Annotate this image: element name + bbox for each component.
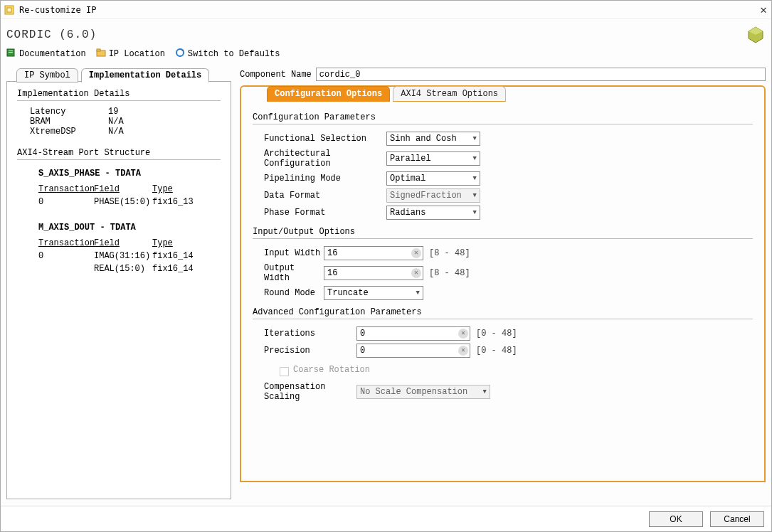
svg-rect-1 — [7, 8, 11, 12]
input-width-row: Input Width ✕ [8 - 48] — [264, 246, 753, 260]
data-format-value: SignedFraction — [390, 191, 462, 201]
config-params-group: Configuration Parameters Functional Sele… — [253, 112, 753, 220]
switch-defaults-label: Switch to Defaults — [188, 49, 280, 59]
round-mode-value: Truncate — [327, 288, 369, 298]
window-title: Re-customize IP — [19, 5, 96, 15]
io-options-title: Input/Output Options — [253, 227, 753, 239]
pipelining-mode-select[interactable]: Optimal ▼ — [386, 171, 480, 186]
ip-title: CORDIC (6.0) — [6, 28, 97, 41]
component-name-row: Component Name — [240, 68, 766, 81]
round-mode-row: Round Mode Truncate ▼ — [264, 286, 753, 300]
compensation-scaling-row: Compensation Scaling No Scale Compensati… — [264, 382, 753, 402]
documentation-label: Documentation — [19, 49, 86, 59]
functional-selection-value: Sinh and Cosh — [390, 134, 457, 144]
phase-format-label: Phase Format — [264, 208, 386, 218]
s-phase-col-type: Type — [152, 184, 202, 194]
output-width-input[interactable] — [324, 266, 423, 280]
pipelining-mode-label: Pipelining Mode — [264, 174, 386, 183]
advanced-params-title: Advanced Configuration Parameters — [253, 307, 753, 319]
data-format-row: Data Format SignedFraction ▼ — [264, 188, 753, 203]
stream-structure-title: AXI4-Stream Port Structure — [17, 148, 221, 160]
precision-input[interactable] — [356, 344, 470, 358]
input-width-hint: [8 - 48] — [429, 248, 470, 258]
tab-configuration-options[interactable]: Configuration Options — [267, 86, 390, 102]
tab-axi4-stream-options[interactable]: AXI4 Stream Options — [393, 86, 506, 102]
clear-icon[interactable]: ✕ — [411, 248, 421, 258]
m-axis-dout-header: M_AXIS_DOUT - TDATA — [38, 223, 221, 233]
left-column: IP Symbol Implementation Details Impleme… — [6, 68, 231, 499]
tab-ip-symbol[interactable]: IP Symbol — [16, 68, 78, 83]
ok-button[interactable]: OK — [649, 511, 703, 527]
svg-rect-6 — [9, 52, 13, 53]
data-format-select: SignedFraction ▼ — [386, 188, 480, 203]
cancel-button[interactable]: Cancel — [710, 511, 764, 527]
documentation-link[interactable]: Documentation — [6, 48, 86, 60]
precision-row: Precision ✕ [0 - 48] — [264, 344, 753, 358]
iterations-input[interactable] — [356, 326, 470, 341]
xdsp-row: XtremeDSP N/A — [17, 127, 221, 137]
pipelining-mode-value: Optimal — [390, 174, 425, 183]
cell-field: IMAG(31:16) — [94, 251, 152, 261]
chevron-down-icon: ▼ — [473, 135, 477, 142]
config-params-title: Configuration Parameters — [253, 112, 753, 124]
coarse-rotation-label: Coarse Rotation — [293, 365, 370, 375]
data-format-label: Data Format — [264, 191, 386, 201]
left-tabs: IP Symbol Implementation Details — [6, 68, 231, 82]
cell-type: fix16_14 — [152, 264, 202, 274]
table-row: REAL(15:0) fix16_14 — [38, 264, 221, 274]
phase-format-select[interactable]: Radians ▼ — [386, 206, 480, 220]
round-mode-select[interactable]: Truncate ▼ — [324, 286, 423, 300]
component-name-input[interactable] — [316, 68, 766, 81]
m-dout-col-field: Field — [94, 238, 152, 248]
cell-type: fix16_14 — [152, 251, 202, 261]
cell-type: fix16_13 — [152, 197, 202, 207]
latency-row: Latency 19 — [17, 107, 221, 117]
cell-trans — [38, 264, 94, 274]
functional-selection-row: Functional Selection Sinh and Cosh ▼ — [264, 132, 753, 146]
output-width-label: Output Width — [264, 263, 324, 283]
round-mode-label: Round Mode — [264, 288, 324, 298]
clear-icon[interactable]: ✕ — [458, 329, 468, 339]
s-axis-phase-header: S_AXIS_PHASE - TDATA — [38, 169, 221, 179]
chevron-down-icon: ▼ — [473, 209, 477, 216]
pipelining-mode-row: Pipelining Mode Optimal ▼ — [264, 171, 753, 186]
impl-details-block: Implementation Details Latency 19 BRAM N… — [17, 89, 221, 137]
compensation-scaling-value: No Scale Compensation — [360, 387, 467, 397]
ip-location-link[interactable]: IP Location — [96, 48, 165, 60]
vendor-logo-icon — [746, 25, 766, 45]
xdsp-value: N/A — [108, 127, 124, 137]
config-content: Configuration Parameters Functional Sele… — [241, 102, 764, 416]
reset-icon — [175, 48, 185, 60]
phase-format-value: Radians — [390, 208, 425, 218]
clear-icon[interactable]: ✕ — [458, 346, 468, 356]
clear-icon[interactable]: ✕ — [411, 268, 421, 278]
s-phase-col-trans: Transaction — [38, 184, 94, 194]
impl-details-title: Implementation Details — [17, 89, 221, 101]
coarse-rotation-checkbox — [280, 367, 289, 376]
coarse-rotation-row: Coarse Rotation — [264, 365, 753, 375]
close-button[interactable]: ✕ — [760, 4, 767, 16]
footer: OK Cancel — [1, 506, 771, 531]
latency-label: Latency — [30, 107, 108, 117]
architectural-config-label: Architectural Configuration — [264, 149, 386, 169]
config-panel: Configuration Options AXI4 Stream Option… — [240, 85, 766, 482]
main-area: IP Symbol Implementation Details Impleme… — [1, 65, 771, 499]
titlebar-left: Re-customize IP — [4, 4, 96, 16]
input-width-input[interactable] — [324, 246, 423, 260]
architectural-config-row: Architectural Configuration Parallel ▼ — [264, 149, 753, 169]
advanced-params-group: Advanced Configuration Parameters Iterat… — [253, 307, 753, 402]
switch-defaults-link[interactable]: Switch to Defaults — [175, 48, 280, 60]
latency-value: 19 — [108, 107, 118, 117]
architectural-config-select[interactable]: Parallel ▼ — [386, 151, 480, 166]
titlebar: Re-customize IP ✕ — [1, 1, 771, 19]
tab-implementation-details[interactable]: Implementation Details — [81, 68, 209, 83]
iterations-row: Iterations ✕ [0 - 48] — [264, 326, 753, 341]
phase-format-row: Phase Format Radians ▼ — [264, 206, 753, 220]
iterations-hint: [0 - 48] — [476, 329, 517, 339]
s-phase-col-field: Field — [94, 184, 152, 194]
right-column: Component Name Configuration Options AXI… — [240, 68, 766, 499]
functional-selection-label: Functional Selection — [264, 134, 386, 144]
svg-rect-5 — [9, 50, 13, 51]
functional-selection-select[interactable]: Sinh and Cosh ▼ — [386, 132, 480, 146]
cell-trans: 0 — [38, 251, 94, 261]
